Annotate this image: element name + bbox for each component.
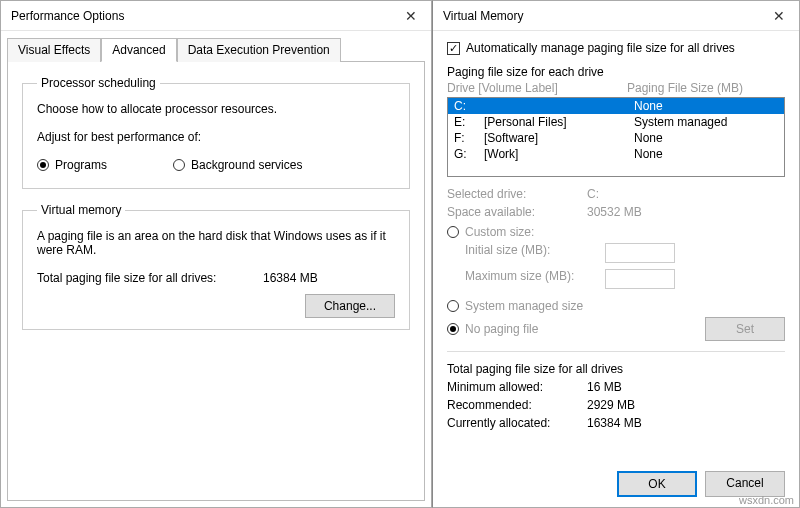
radio-custom-size <box>447 226 459 238</box>
radio-system-managed <box>447 300 459 312</box>
change-button[interactable]: Change... <box>305 294 395 318</box>
drive-group-legend: Paging file size for each drive <box>447 65 785 79</box>
no-paging-row: No paging file Set <box>447 317 785 341</box>
drive-row[interactable]: C: None <box>448 98 784 114</box>
radio-programs[interactable] <box>37 159 49 171</box>
drive-group: Paging file size for each drive Drive [V… <box>447 65 785 177</box>
col-drive-label: Drive [Volume Label] <box>447 81 627 95</box>
initial-size-row: Initial size (MB): <box>465 243 785 263</box>
close-button[interactable]: ✕ <box>759 1 799 31</box>
minimum-value: 16 MB <box>587 380 622 394</box>
drive-row[interactable]: E: [Personal Files] System managed <box>448 114 784 130</box>
window-titlebar: Performance Options ✕ <box>1 1 431 31</box>
set-button: Set <box>705 317 785 341</box>
processor-scheduling-desc: Choose how to allocate processor resourc… <box>37 102 395 116</box>
drive-size: None <box>634 99 778 113</box>
close-button[interactable]: ✕ <box>391 1 431 31</box>
currently-allocated-value: 16384 MB <box>587 416 642 430</box>
recommended-label: Recommended: <box>447 398 587 412</box>
radio-no-paging <box>447 323 459 335</box>
drive-letter: F: <box>454 131 484 145</box>
tab-dep[interactable]: Data Execution Prevention <box>177 38 341 62</box>
currently-allocated-label: Currently allocated: <box>447 416 587 430</box>
system-managed-row: System managed size <box>447 299 785 313</box>
window-title: Performance Options <box>11 9 391 23</box>
initial-size-label: Initial size (MB): <box>465 243 605 263</box>
close-icon: ✕ <box>773 8 785 24</box>
drive-letter: C: <box>454 99 484 113</box>
auto-manage-label: Automatically manage paging file size fo… <box>466 41 735 55</box>
virtual-memory-body: Automatically manage paging file size fo… <box>433 31 799 440</box>
drive-letter: G: <box>454 147 484 161</box>
totals-legend: Total paging file size for all drives <box>447 362 785 376</box>
drive-label: [Work] <box>484 147 634 161</box>
virtual-memory-window: Virtual Memory ✕ Automatically manage pa… <box>432 0 800 508</box>
drive-size: None <box>634 131 778 145</box>
drive-label: [Software] <box>484 131 634 145</box>
processor-scheduling-legend: Processor scheduling <box>37 76 160 90</box>
tab-advanced[interactable]: Advanced <box>101 38 176 62</box>
window-title: Virtual Memory <box>443 9 759 23</box>
drive-row[interactable]: F: [Software] None <box>448 130 784 146</box>
auto-manage-checkbox[interactable] <box>447 42 460 55</box>
performance-options-window: Performance Options ✕ Visual Effects Adv… <box>0 0 432 508</box>
custom-size-label: Custom size: <box>465 225 534 239</box>
total-paging-value: 16384 MB <box>263 271 318 285</box>
drive-letter: E: <box>454 115 484 129</box>
minimum-row: Minimum allowed: 16 MB <box>447 380 785 394</box>
drive-label <box>484 99 634 113</box>
tab-strip: Visual Effects Advanced Data Execution P… <box>1 31 431 61</box>
drive-list[interactable]: C: None E: [Personal Files] System manag… <box>447 97 785 177</box>
drive-size: None <box>634 147 778 161</box>
drive-list-header: Drive [Volume Label] Paging File Size (M… <box>447 81 785 97</box>
window-titlebar: Virtual Memory ✕ <box>433 1 799 31</box>
initial-size-input <box>605 243 675 263</box>
minimum-label: Minimum allowed: <box>447 380 587 394</box>
drive-size: System managed <box>634 115 778 129</box>
tab-visual-effects[interactable]: Visual Effects <box>7 38 101 62</box>
processor-scheduling-group: Processor scheduling Choose how to alloc… <box>22 76 410 189</box>
total-paging-label: Total paging file size for all drives: <box>37 271 257 285</box>
selected-drive-label: Selected drive: <box>447 187 587 201</box>
recommended-row: Recommended: 2929 MB <box>447 398 785 412</box>
system-managed-label: System managed size <box>465 299 583 313</box>
virtual-memory-group: Virtual memory A paging file is an area … <box>22 203 410 330</box>
total-paging-row: Total paging file size for all drives: 1… <box>37 271 395 285</box>
maximum-size-input <box>605 269 675 289</box>
selected-drive-value: C: <box>587 187 599 201</box>
radio-programs-label: Programs <box>55 158 107 172</box>
close-icon: ✕ <box>405 8 417 24</box>
maximum-size-label: Maximum size (MB): <box>465 269 605 289</box>
adjust-label: Adjust for best performance of: <box>37 130 395 144</box>
watermark: wsxdn.com <box>739 494 794 506</box>
space-available-row: Space available: 30532 MB <box>447 205 785 219</box>
space-available-label: Space available: <box>447 205 587 219</box>
tab-panel-advanced: Processor scheduling Choose how to alloc… <box>7 61 425 501</box>
maximum-size-row: Maximum size (MB): <box>465 269 785 289</box>
currently-allocated-row: Currently allocated: 16384 MB <box>447 416 785 430</box>
drive-row[interactable]: G: [Work] None <box>448 146 784 162</box>
auto-manage-row: Automatically manage paging file size fo… <box>447 41 785 55</box>
virtual-memory-legend: Virtual memory <box>37 203 125 217</box>
ok-button[interactable]: OK <box>617 471 697 497</box>
selected-drive-row: Selected drive: C: <box>447 187 785 201</box>
no-paging-label: No paging file <box>465 322 538 336</box>
space-available-value: 30532 MB <box>587 205 642 219</box>
recommended-value: 2929 MB <box>587 398 635 412</box>
drive-label: [Personal Files] <box>484 115 634 129</box>
radio-background[interactable] <box>173 159 185 171</box>
separator <box>447 351 785 352</box>
custom-size-row: Custom size: <box>447 225 785 239</box>
radio-background-label: Background services <box>191 158 302 172</box>
virtual-memory-desc: A paging file is an area on the hard dis… <box>37 229 395 257</box>
col-size-label: Paging File Size (MB) <box>627 81 785 95</box>
scheduling-radios: Programs Background services <box>37 158 395 172</box>
